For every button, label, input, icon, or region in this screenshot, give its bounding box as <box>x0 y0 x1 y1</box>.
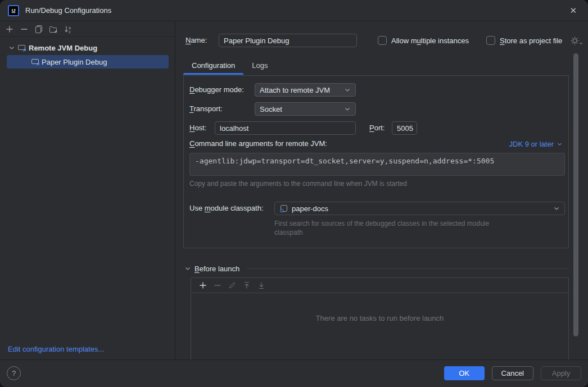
remote-config-type-icon <box>17 43 26 52</box>
module-classpath-select[interactable]: paper-docs <box>274 202 565 215</box>
vertical-scrollbar-thumb[interactable] <box>573 53 578 336</box>
transport-label: Transport: <box>189 102 223 116</box>
command-line-arguments-field[interactable]: -agentlib:jdwp=transport=dt_socket,serve… <box>189 153 565 176</box>
svg-text:a: a <box>69 25 71 29</box>
port-input[interactable]: 5005 <box>392 121 417 135</box>
run-debug-configurations-dialog: IJ Run/Debug Configurations ✕ az <box>0 0 588 387</box>
checkbox-icon[interactable] <box>486 36 495 45</box>
dialog-footer: ? OK Cancel Apply <box>0 359 588 386</box>
host-input[interactable]: localhost <box>215 121 356 135</box>
store-as-project-file-checkbox[interactable]: Store as project file <box>486 33 583 48</box>
ok-button[interactable]: OK <box>444 366 485 380</box>
remove-configuration-icon[interactable] <box>20 25 29 34</box>
chevron-down-icon <box>344 86 351 93</box>
sidebar-toolbar: az <box>0 21 175 37</box>
port-label: Port: <box>369 121 385 135</box>
allow-multiple-instances-label: Allow multiple instances <box>391 37 469 45</box>
tab-logs[interactable]: Logs <box>243 56 276 75</box>
before-launch-empty-text: There are no tasks to run before launch <box>191 314 568 322</box>
tree-group-remote-jvm-debug[interactable]: Remote JVM Debug <box>0 41 175 54</box>
configuration-panel: Debugger mode: Attach to remote JVM Tran… <box>183 75 569 248</box>
tree-item-paper-plugin-debug[interactable]: Paper Plugin Debug <box>7 55 169 69</box>
copy-configuration-icon[interactable] <box>34 25 43 34</box>
before-launch-toolbar <box>191 278 568 293</box>
chevron-down-icon <box>557 141 563 147</box>
remote-config-icon <box>31 57 40 66</box>
store-settings-gear-icon[interactable] <box>570 36 583 45</box>
sort-alphabetically-icon[interactable]: az <box>64 25 73 34</box>
configuration-tree: Remote JVM Debug Paper Plugin Debug <box>0 37 175 69</box>
editor-tabs: Configuration Logs <box>183 56 277 75</box>
apply-button: Apply <box>541 366 581 380</box>
new-folder-icon[interactable] <box>49 25 58 34</box>
module-classpath-label: Use module classpath: <box>189 202 264 215</box>
dialog-title: Run/Debug Configurations <box>25 6 111 15</box>
transport-select[interactable]: Socket <box>255 102 356 116</box>
help-button[interactable]: ? <box>7 366 21 380</box>
close-icon[interactable]: ✕ <box>566 4 580 17</box>
chevron-down-icon <box>8 44 15 51</box>
section-divider <box>247 268 569 269</box>
move-task-down-icon[interactable] <box>257 281 266 290</box>
chevron-down-icon <box>184 265 191 272</box>
host-label: Host: <box>189 121 206 135</box>
edit-task-pencil-icon[interactable] <box>228 281 237 290</box>
intellij-logo-icon: IJ <box>8 5 19 16</box>
tree-group-label: Remote JVM Debug <box>29 44 97 52</box>
chevron-down-icon <box>553 205 560 212</box>
command-line-help-text: Copy and paste the arguments to the comm… <box>189 180 407 188</box>
debugger-mode-select[interactable]: Attach to remote JVM <box>255 83 356 97</box>
chevron-down-icon <box>344 106 351 112</box>
configurations-sidebar: az Remote JVM Debug Pape <box>0 21 175 359</box>
name-input[interactable]: Paper Plugin Debug <box>219 34 357 47</box>
checkbox-icon[interactable] <box>378 36 387 45</box>
module-icon <box>279 204 288 213</box>
store-as-project-file-label: Store as project file <box>500 37 562 45</box>
move-task-up-icon[interactable] <box>242 281 251 290</box>
tab-configuration[interactable]: Configuration <box>183 56 243 75</box>
before-launch-label: Before launch <box>195 265 239 273</box>
module-classpath-help-text: First search for sources of the debugged… <box>274 219 491 237</box>
configuration-editor: Name: Paper Plugin Debug Allow multiple … <box>175 21 588 359</box>
edit-configuration-templates-link[interactable]: Edit configuration templates... <box>8 345 104 353</box>
cancel-button[interactable]: Cancel <box>492 366 533 380</box>
before-launch-tasks-panel: There are no tasks to run before launch <box>191 277 569 359</box>
jdk-version-selector[interactable]: JDK 9 or later <box>509 139 563 149</box>
svg-text:z: z <box>69 29 71 33</box>
debugger-mode-label: Debugger mode: <box>189 83 244 97</box>
title-bar: IJ Run/Debug Configurations ✕ <box>0 0 588 21</box>
command-line-arguments-label: Command line arguments for remote JVM: <box>189 139 327 149</box>
tree-item-label: Paper Plugin Debug <box>42 58 107 66</box>
allow-multiple-instances-checkbox[interactable]: Allow multiple instances <box>378 33 469 48</box>
name-label: Name: <box>186 33 207 48</box>
remove-task-icon[interactable] <box>213 281 222 290</box>
add-configuration-icon[interactable] <box>5 25 14 34</box>
before-launch-section-header[interactable]: Before launch <box>184 263 569 274</box>
add-task-icon[interactable] <box>198 281 207 290</box>
